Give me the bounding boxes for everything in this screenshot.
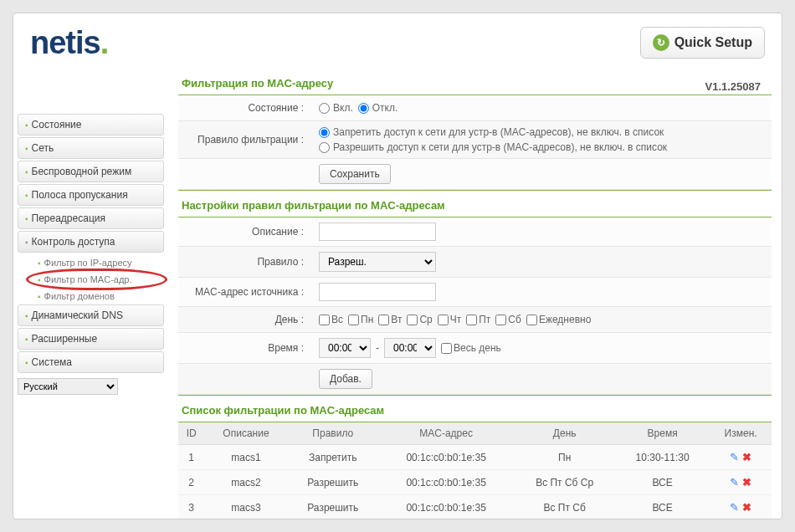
sidebar-item-network[interactable]: ▪Сеть xyxy=(18,137,164,159)
section-title-mac-filter: Фильтрация по MAC-адресу xyxy=(178,72,772,95)
col-desc: Описание xyxy=(204,422,287,445)
language-select[interactable]: Русский xyxy=(18,378,118,395)
desc-input[interactable] xyxy=(319,223,436,241)
state-off-radio[interactable]: Откл. xyxy=(358,102,398,114)
logo: netis. xyxy=(30,25,108,61)
section-title-rules: Настройки правил фильтрации по MAC-адрес… xyxy=(178,194,772,217)
table-row: 2macs2Разрешить00:1c:c0:b0:1e:35Вс Пт Сб… xyxy=(178,470,772,495)
plus-icon: ▪ xyxy=(25,214,28,223)
mac-label: MAC-адрес источника : xyxy=(178,279,312,304)
add-button[interactable]: Добав. xyxy=(319,369,372,389)
minus-icon: ▪ xyxy=(25,238,28,247)
time-from-select[interactable]: 00:00 xyxy=(319,338,371,358)
rule-allow-radio[interactable]: Разрешить доступ к сети для устр-в (MAC-… xyxy=(319,141,667,153)
day-wed-checkbox[interactable]: Ср xyxy=(407,314,432,325)
delete-icon[interactable]: ✖ xyxy=(742,501,751,514)
filter-rule-label: Правило фильтрации : xyxy=(178,127,312,152)
edit-icon[interactable]: ✎ xyxy=(730,451,739,463)
delete-icon[interactable]: ✖ xyxy=(742,476,751,489)
delete-icon[interactable]: ✖ xyxy=(742,451,751,463)
state-label: Состояние : xyxy=(178,95,312,120)
day-fri-checkbox[interactable]: Пт xyxy=(466,314,490,325)
time-to-select[interactable]: 00:00 xyxy=(384,338,436,358)
col-mac: MAC-адрес xyxy=(378,422,514,445)
sidebar-item-wireless[interactable]: ▪Беспроводной режим xyxy=(18,161,164,182)
day-mon-checkbox[interactable]: Пн xyxy=(348,314,373,325)
mac-input[interactable] xyxy=(319,283,436,301)
plus-icon: ▪ xyxy=(25,191,28,200)
col-time: Время xyxy=(615,422,710,445)
table-row: 3macs3Разрешить00:1c:c0:b0:1e:35Вс Пт Сб… xyxy=(178,495,772,519)
sidebar-item-system[interactable]: ▪Система xyxy=(18,351,164,373)
day-daily-checkbox[interactable]: Ежедневно xyxy=(526,314,591,325)
sidebar-item-access-control[interactable]: ▪Контроль доступа xyxy=(18,231,164,253)
plus-icon: ▪ xyxy=(25,144,28,153)
quick-setup-button[interactable]: ↻ Quick Setup xyxy=(640,27,765,59)
sidebar-item-bandwidth[interactable]: ▪Полоса пропускания xyxy=(18,184,164,206)
rule-label: Правило : xyxy=(178,249,312,274)
sidebar-item-status[interactable]: ▪Состояние xyxy=(18,114,164,136)
col-rule: Правило xyxy=(288,422,378,445)
desc-label: Описание : xyxy=(178,219,312,244)
sidebar-subitem-mac-filter[interactable]: ▪Фильтр по MAC-адр. xyxy=(33,271,164,288)
section-title-list: Список фильтрации по MAC-адресам xyxy=(178,399,772,422)
day-label: День : xyxy=(178,307,312,332)
quick-setup-label: Quick Setup xyxy=(674,35,752,50)
plus-icon: ▪ xyxy=(38,258,41,268)
edit-icon[interactable]: ✎ xyxy=(730,476,739,489)
sidebar-item-forwarding[interactable]: ▪Переадресация xyxy=(18,207,164,229)
col-mod: Измен. xyxy=(710,422,772,445)
sidebar-item-ddns[interactable]: ▪Динамический DNS xyxy=(18,304,164,326)
version-label: V1.1.25087 xyxy=(705,80,761,93)
col-day: День xyxy=(514,422,615,445)
plus-icon: ▪ xyxy=(25,311,28,320)
day-sat-checkbox[interactable]: Сб xyxy=(495,314,521,325)
table-row: 1macs1Запретить00:1c:c0:b0:1e:35Пн10:30-… xyxy=(178,445,772,470)
plus-icon: ▪ xyxy=(25,358,28,367)
rule-select[interactable]: Разреш. xyxy=(319,252,436,272)
day-thu-checkbox[interactable]: Чт xyxy=(438,314,462,325)
plus-icon: ▪ xyxy=(38,292,41,301)
col-id: ID xyxy=(178,422,204,445)
time-label: Время : xyxy=(178,335,312,361)
save-button[interactable]: Сохранить xyxy=(319,164,391,184)
state-on-radio[interactable]: Вкл. xyxy=(319,102,353,114)
sidebar-subitem-ip-filter[interactable]: ▪Фильтр по IP-адресу xyxy=(33,254,164,271)
rule-deny-radio[interactable]: Запретить доступ к сети для устр-в (MAC-… xyxy=(319,126,667,138)
sidebar-subitem-domain-filter[interactable]: ▪Фильтр доменов xyxy=(33,288,164,304)
main-content: Фильтрация по MAC-адресу Состояние : Вкл… xyxy=(168,72,782,519)
day-sun-checkbox[interactable]: Вс xyxy=(319,314,343,325)
plus-icon: ▪ xyxy=(38,275,41,284)
edit-icon[interactable]: ✎ xyxy=(730,501,739,514)
plus-icon: ▪ xyxy=(25,120,28,130)
sidebar: ▪Состояние ▪Сеть ▪Беспроводной режим ▪По… xyxy=(13,114,168,519)
allday-checkbox[interactable]: Весь день xyxy=(441,342,501,354)
plus-icon: ▪ xyxy=(25,167,28,176)
filter-table: ID Описание Правило MAC-адрес День Время… xyxy=(178,422,772,519)
plus-icon: ▪ xyxy=(25,335,28,344)
refresh-icon: ↻ xyxy=(653,34,669,51)
sidebar-item-advanced[interactable]: ▪Расширенные xyxy=(18,328,164,350)
day-tue-checkbox[interactable]: Вт xyxy=(378,314,402,325)
